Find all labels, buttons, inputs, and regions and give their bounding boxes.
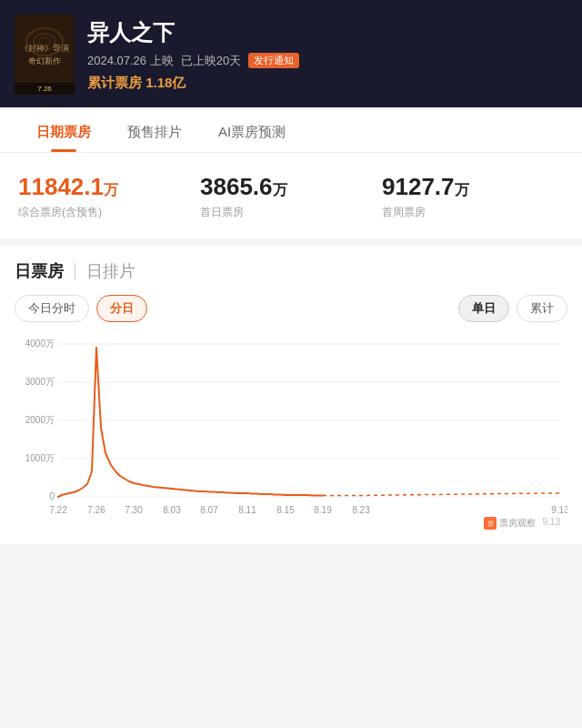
chart-header: 日票房 日排片 bbox=[15, 260, 567, 282]
btn-single-day[interactable]: 单日 bbox=[458, 295, 509, 322]
btn-cumulative[interactable]: 累计 bbox=[517, 295, 567, 322]
svg-text:4000万: 4000万 bbox=[25, 339, 55, 349]
total-label: 累计票房 bbox=[87, 75, 142, 90]
stat-opening-week: 9127.7万 首周票房 bbox=[382, 173, 564, 220]
tab-bar: 日期票房 预售排片 AI票房预测 bbox=[0, 109, 582, 153]
stat-opening-day-value: 3865.6万 bbox=[200, 173, 382, 201]
stat-opening-week-value: 9127.7万 bbox=[382, 173, 564, 201]
svg-point-2 bbox=[39, 37, 50, 46]
svg-text:8.11: 8.11 bbox=[238, 505, 256, 515]
release-date: 2024.07.26 上映 bbox=[87, 53, 174, 69]
chart-line-solid bbox=[58, 348, 323, 497]
watermark-version: 9.13 bbox=[543, 517, 560, 530]
movie-header: 《封神》导演 奇幻新作 7.26 异人之下 2024.07.26 上映 已上映2… bbox=[0, 0, 582, 107]
total-box-office: 累计票房 1.18亿 bbox=[87, 75, 567, 92]
stat-comprehensive: 11842.1万 综合票房(含预售) bbox=[18, 173, 200, 220]
chart-title: 日票房 bbox=[15, 260, 64, 282]
days-showing: 已上映20天 bbox=[181, 53, 241, 69]
svg-text:8.15: 8.15 bbox=[276, 505, 295, 515]
total-value: 1.18亿 bbox=[146, 75, 186, 90]
svg-point-1 bbox=[34, 34, 55, 50]
tab-daily-box-office[interactable]: 日期票房 bbox=[18, 109, 109, 152]
watermark-logo: 票 票房观察 bbox=[484, 517, 536, 530]
chart-subtitle: 日排片 bbox=[86, 260, 135, 282]
movie-title: 异人之下 bbox=[87, 18, 567, 47]
btn-intraday[interactable]: 今日分时 bbox=[15, 295, 89, 322]
movie-meta: 2024.07.26 上映 已上映20天 发行通知 bbox=[87, 53, 567, 69]
stat-opening-week-label: 首周票房 bbox=[382, 205, 564, 220]
svg-point-0 bbox=[26, 28, 63, 56]
svg-text:7.30: 7.30 bbox=[125, 505, 143, 515]
tab-presale-schedule[interactable]: 预售排片 bbox=[109, 109, 200, 152]
badge[interactable]: 发行通知 bbox=[248, 53, 299, 68]
stats-section: 11842.1万 综合票房(含预售) 3865.6万 首日票房 9127.7万 … bbox=[0, 153, 582, 238]
chart-controls-right: 单日 累计 bbox=[458, 295, 567, 322]
stat-opening-day: 3865.6万 首日票房 bbox=[200, 173, 382, 220]
watermark: 票 票房观察 9.13 bbox=[484, 517, 560, 530]
svg-text:3000万: 3000万 bbox=[25, 377, 55, 387]
svg-text:7.26: 7.26 bbox=[87, 505, 105, 515]
svg-text:8.07: 8.07 bbox=[200, 505, 218, 515]
svg-text:票: 票 bbox=[487, 521, 493, 527]
movie-poster: 《封神》导演 奇幻新作 7.26 bbox=[15, 15, 75, 95]
stat-comprehensive-label: 综合票房(含预售) bbox=[18, 205, 200, 220]
movie-info: 异人之下 2024.07.26 上映 已上映20天 发行通知 累计票房 1.18… bbox=[87, 18, 567, 92]
chart-wrapper: 4000万 3000万 2000万 1000万 0 7.22 7.26 7.30… bbox=[15, 335, 567, 535]
svg-text:8.23: 8.23 bbox=[352, 505, 370, 515]
svg-text:2000万: 2000万 bbox=[25, 415, 55, 425]
chart-section: 日票房 日排片 今日分时 分日 单日 累计 4000万 3000万 20 bbox=[0, 246, 582, 544]
svg-text:8.19: 8.19 bbox=[314, 505, 332, 515]
tab-ai-prediction[interactable]: AI票房预测 bbox=[200, 109, 304, 152]
chart-divider bbox=[75, 263, 75, 279]
svg-text:9.13: 9.13 bbox=[551, 505, 567, 515]
chart-controls: 今日分时 分日 单日 累计 bbox=[15, 295, 567, 322]
stat-opening-day-label: 首日票房 bbox=[200, 205, 382, 220]
stat-comprehensive-value: 11842.1万 bbox=[18, 173, 200, 201]
poster-date-label: 7.26 bbox=[15, 83, 75, 95]
svg-text:0: 0 bbox=[49, 491, 55, 501]
svg-text:1000万: 1000万 bbox=[25, 453, 55, 463]
btn-daily[interactable]: 分日 bbox=[96, 295, 147, 322]
svg-text:8.03: 8.03 bbox=[163, 505, 181, 515]
chart-svg: 4000万 3000万 2000万 1000万 0 7.22 7.26 7.30… bbox=[15, 335, 567, 535]
chart-line-dashed bbox=[323, 493, 560, 496]
svg-text:7.22: 7.22 bbox=[49, 505, 67, 515]
chart-controls-left: 今日分时 分日 bbox=[15, 295, 147, 322]
